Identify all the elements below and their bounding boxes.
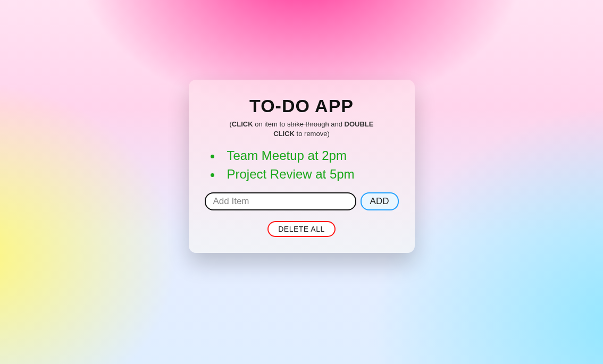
list-item[interactable]: Team Meetup at 2pm (222, 147, 399, 165)
delete-all-button[interactable]: DELETE ALL (267, 221, 336, 237)
todo-card: TO-DO APP (CLICK on item to strike throu… (189, 80, 415, 253)
add-row: ADD (205, 192, 399, 210)
app-title: TO-DO APP (205, 96, 399, 116)
todo-list: Team Meetup at 2pm Project Review at 5pm (205, 147, 399, 184)
list-item[interactable]: Project Review at 5pm (222, 165, 399, 184)
instructions-text: (CLICK on item to strike through and DOU… (219, 120, 384, 138)
instructions-click-bold: CLICK (232, 120, 253, 128)
instructions-mid1: on item to (253, 120, 287, 128)
add-button[interactable]: ADD (361, 192, 399, 210)
instructions-mid2: and (329, 120, 345, 128)
instructions-strike: strike through (287, 120, 329, 128)
instructions-suffix: to remove) (295, 130, 330, 138)
add-item-input[interactable] (205, 192, 356, 210)
